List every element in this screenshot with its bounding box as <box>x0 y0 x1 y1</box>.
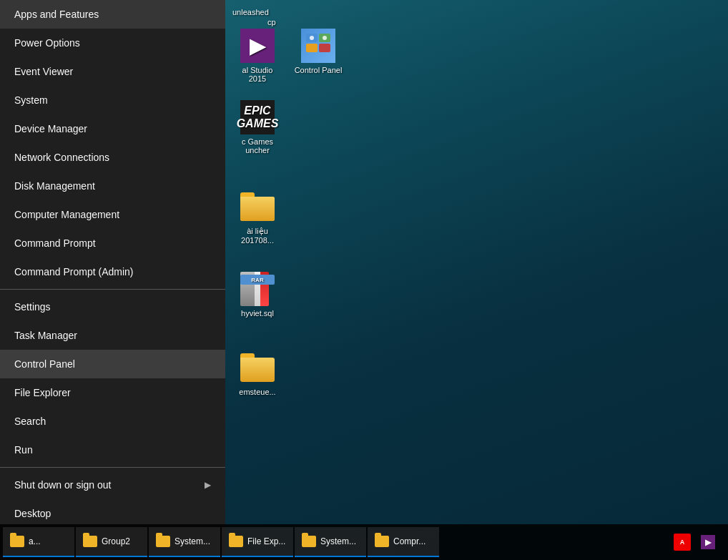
menu-item-command-prompt-admin[interactable]: Command Prompt (Admin) <box>0 257 225 286</box>
menu-item-label-event-viewer: Event Viewer <box>14 66 73 77</box>
taskbar-icon-system2 <box>302 534 316 549</box>
desktop-icon-folder1[interactable]: ài liệu201708... <box>229 190 286 245</box>
desktop-icon-folder1-label: ài liệu201708... <box>241 227 274 245</box>
desktop-icon-control-panel[interactable]: Control Panel <box>290 29 347 74</box>
taskbar-right: A ▶ <box>671 531 725 554</box>
menu-item-device-manager[interactable]: Device Manager <box>0 114 225 143</box>
menu-item-label-computer-management: Computer Management <box>14 209 119 220</box>
taskbar-item-ta[interactable]: a... <box>3 527 74 557</box>
taskbar-item-compr[interactable]: Compr... <box>368 527 439 557</box>
menu-item-disk-management[interactable]: Disk Management <box>0 172 225 200</box>
desktop-area: unleashed cp ▶ al Studio2015 Cont <box>225 0 728 524</box>
menu-item-file-explorer[interactable]: File Explorer <box>0 378 225 407</box>
taskbar-item-file-exp[interactable]: File Exp... <box>222 527 293 557</box>
menu-item-search[interactable]: Search <box>0 407 225 436</box>
taskbar-item-group2[interactable]: Group2 <box>76 527 147 557</box>
menu-item-label-apps-features: Apps and Features <box>14 9 99 20</box>
desktop-icon-vs[interactable]: ▶ al Studio2015 <box>229 29 286 83</box>
menu-item-label-settings: Settings <box>14 301 51 313</box>
menu-item-label-task-manager: Task Manager <box>14 330 77 341</box>
desktop-icon-epic-label: c Gamesuncher <box>242 137 273 154</box>
taskbar-item-system2[interactable]: System... <box>295 527 366 557</box>
menu-item-desktop[interactable]: Desktop <box>0 499 225 528</box>
menu-item-label-command-prompt: Command Prompt <box>14 237 96 249</box>
taskbar-label-system1: System... <box>174 536 210 546</box>
desktop-icon-folder2[interactable]: emsteue... <box>229 350 286 396</box>
menu-item-arrow-shut-down: ▶ <box>205 480 211 490</box>
folder2-icon <box>240 353 275 382</box>
control-panel-icon <box>301 29 335 63</box>
desktop-icon-winrar-label: hyviet.sql <box>241 309 274 318</box>
menu-item-label-disk-management: Disk Management <box>14 180 95 192</box>
menu-item-label-network-connections: Network Connections <box>14 152 109 163</box>
taskbar-icon-group2 <box>83 534 97 549</box>
menu-item-event-viewer[interactable]: Event Viewer <box>0 57 225 86</box>
menu-item-apps-features[interactable]: Apps and Features <box>0 0 225 29</box>
desktop-icon-label-unleashed: unleashed cp <box>232 7 276 28</box>
menu-item-control-panel[interactable]: Control Panel <box>0 350 225 378</box>
taskbar-label-system2: System... <box>320 536 356 546</box>
asus-icon[interactable]: A <box>671 531 694 554</box>
menu-item-task-manager[interactable]: Task Manager <box>0 321 225 350</box>
winrar-icon: RAR <box>240 272 275 306</box>
menu-divider <box>0 467 225 468</box>
taskbar-label-compr: Compr... <box>393 536 426 546</box>
menu-item-label-shut-down: Shut down or sign out <box>14 479 111 491</box>
taskbar-icon-compr <box>375 534 389 549</box>
menu-item-label-power-options: Power Options <box>14 37 80 49</box>
menu-item-label-device-manager: Device Manager <box>14 123 87 134</box>
menu-item-run[interactable]: Run <box>0 436 225 464</box>
menu-item-network-connections[interactable]: Network Connections <box>0 143 225 172</box>
svg-rect-2 <box>306 44 318 52</box>
vs-taskbar-icon[interactable]: ▶ <box>697 531 719 554</box>
menu-item-power-options[interactable]: Power Options <box>0 29 225 57</box>
svg-point-5 <box>323 36 327 40</box>
context-menu: Apps and FeaturesPower OptionsEvent View… <box>0 0 225 560</box>
desktop-icon-winrar[interactable]: RAR hyviet.sql <box>229 272 286 318</box>
menu-item-label-system: System <box>14 94 48 106</box>
menu-item-label-run: Run <box>14 444 33 456</box>
taskbar-item-system1[interactable]: System... <box>149 527 220 557</box>
desktop-icon-epic[interactable]: EPICGAMES c Gamesuncher <box>229 100 286 154</box>
folder1-icon <box>240 192 275 221</box>
taskbar-icon-ta <box>10 534 24 549</box>
menu-item-label-command-prompt-admin: Command Prompt (Admin) <box>14 266 134 277</box>
desktop-icon-vs-label: al Studio2015 <box>242 66 273 83</box>
menu-item-settings[interactable]: Settings <box>0 293 225 321</box>
menu-item-shut-down[interactable]: Shut down or sign out▶ <box>0 471 225 499</box>
taskbar-icon-system1 <box>156 534 170 549</box>
menu-divider <box>0 289 225 290</box>
taskbar-label-ta: a... <box>29 536 41 546</box>
menu-item-system[interactable]: System <box>0 86 225 114</box>
taskbar: a...Group2System...File Exp...System...C… <box>0 524 728 560</box>
menu-item-label-desktop: Desktop <box>14 508 51 519</box>
svg-rect-3 <box>319 44 330 52</box>
menu-item-label-control-panel: Control Panel <box>14 358 75 370</box>
menu-item-label-search: Search <box>14 416 46 427</box>
vs-icon: ▶ <box>240 29 275 63</box>
svg-point-4 <box>310 36 314 40</box>
epic-icon: EPICGAMES <box>240 100 275 134</box>
desktop-icon-cp-label: Control Panel <box>295 66 343 74</box>
menu-item-command-prompt[interactable]: Command Prompt <box>0 229 225 257</box>
menu-item-label-file-explorer: File Explorer <box>14 387 71 398</box>
taskbar-icon-file-exp <box>229 534 243 549</box>
taskbar-label-file-exp: File Exp... <box>247 536 285 546</box>
menu-item-computer-management[interactable]: Computer Management <box>0 200 225 229</box>
desktop-icon-folder2-label: emsteue... <box>239 388 275 396</box>
taskbar-label-group2: Group2 <box>102 536 130 546</box>
